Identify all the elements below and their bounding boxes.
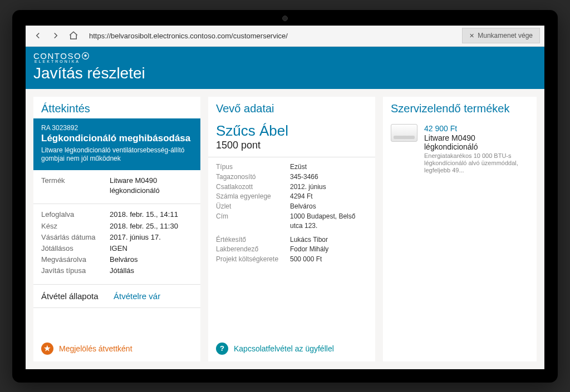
customer-row-value: Fodor Mihály (290, 245, 367, 254)
customer-row-label: Projekt költségkerete (216, 255, 286, 264)
customer-row: Cím1000 Budapest, Belső utca 123. (216, 212, 367, 231)
brand-logo: CONTOSO⦿ ELEKTRONIKA (33, 51, 537, 63)
overview-row-label: Lefoglalva (41, 210, 105, 220)
contact-customer-label: Kapcsolatfelvétel az ügyféllel (234, 344, 334, 353)
mark-picked-up-button[interactable]: ★ Megjelölés átvettként (33, 336, 200, 361)
pickup-status-value: Átvételre vár (114, 291, 160, 301)
customer-row-label: Típus (216, 162, 286, 172)
customer-row-label: Értékesítő (216, 235, 286, 245)
overview-row-value: Belváros (110, 255, 193, 265)
customer-title: Vevő adatai (208, 97, 375, 118)
mark-picked-up-label: Megjelölés átvettként (59, 344, 132, 353)
issue-description: Litware légkondicionáló ventilátorsebess… (41, 146, 193, 163)
overview-row-value: 2018. febr. 15., 14:11 (110, 210, 193, 220)
customer-row: Számla egyenlege4294 Ft (216, 192, 367, 201)
customer-header: Szűcs Ábel 1500 pont (208, 118, 375, 158)
overview-row-label: Megvásárolva (41, 255, 105, 265)
overview-row: Kész2018. febr. 25., 11:30 (41, 221, 193, 231)
customer-row-value: 2012. június (290, 182, 367, 192)
customer-points: 1500 pont (216, 140, 367, 151)
customer-row-value: Lukács Tibor (290, 235, 367, 245)
overview-row: MegvásárolvaBelváros (41, 255, 193, 265)
end-session-button[interactable]: Munkamenet vége (462, 28, 540, 43)
overview-row-label: Vásárlás dátuma (41, 232, 105, 242)
overview-row-value: IGEN (110, 244, 193, 254)
overview-issue-card[interactable]: RA 3023892 Légkondicionáló meghibásodása… (33, 118, 200, 171)
customer-row-label: Lakberendező (216, 245, 286, 254)
customer-row: Projekt költségkerete500 000 Ft (216, 255, 367, 264)
product-name: Litware M0490 légkondicionáló (424, 133, 529, 151)
overview-row: Vásárlás dátuma2017. június 17. (41, 232, 193, 242)
overview-details: Lefoglalva2018. febr. 15., 14:11Kész2018… (33, 204, 200, 284)
overview-row-value: Jótállás (110, 266, 193, 276)
overview-panel: Áttekintés RA 3023892 Légkondicionáló me… (33, 97, 200, 361)
back-button[interactable] (30, 28, 46, 43)
customer-row: Tagazonosító345-3466 (216, 172, 367, 182)
contact-icon: ? (216, 343, 228, 355)
page-title: Javítás részletei (33, 64, 537, 82)
customer-row-label: Csatlakozott (216, 182, 286, 192)
overview-row: JótállásosIGEN (41, 244, 193, 254)
customer-row-value: 500 000 Ft (290, 255, 367, 264)
product-value: Litware M0490 légkondicionáló (110, 176, 193, 196)
overview-product-block: Termék Litware M0490 légkondicionáló (33, 170, 200, 204)
product-label: Termék (41, 176, 105, 196)
overview-row-label: Kész (41, 221, 105, 231)
customer-row-label: Cím (216, 212, 286, 231)
customer-row-label: Üzlet (216, 202, 286, 211)
overview-row: Lefoglalva2018. febr. 15., 14:11 (41, 210, 193, 220)
page-header: CONTOSO⦿ ELEKTRONIKA Javítás részletei (26, 47, 544, 89)
end-session-label: Munkamenet vége (478, 32, 533, 39)
customer-row: Csatlakozott2012. június (216, 182, 367, 192)
product-image (391, 124, 417, 142)
forward-button[interactable] (48, 28, 63, 43)
address-bar[interactable]: https://belvarosibolt.electronics.contos… (89, 32, 454, 40)
customer-row-label: Számla egyenlege (216, 192, 286, 201)
customer-row: TípusEzüst (216, 162, 367, 172)
customer-row-label: Tagazonosító (216, 172, 286, 182)
customer-row: LakberendezőFodor Mihály (216, 245, 367, 254)
device-camera (282, 16, 288, 21)
customer-name: Szűcs Ábel (216, 123, 367, 139)
customer-panel: Vevő adatai Szűcs Ábel 1500 pont TípusEz… (208, 97, 375, 361)
overview-row-value: 2018. febr. 25., 11:30 (110, 221, 193, 231)
browser-chrome: https://belvarosibolt.electronics.contos… (26, 26, 544, 47)
customer-details: TípusEzüstTagazonosító345-3466Csatlakozo… (208, 157, 375, 271)
customer-row-value: 4294 Ft (290, 192, 367, 201)
products-title: Szervizelendő termékek (383, 97, 537, 118)
overview-row-label: Jótállásos (41, 244, 105, 254)
customer-row-value: 1000 Budapest, Belső utca 123. (290, 212, 367, 231)
pickup-status-row: Átvétel állapota Átvételre vár (33, 285, 200, 308)
product-price: 42 900 Ft (424, 124, 529, 133)
contact-customer-button[interactable]: ? Kapcsolatfelvétel az ügyféllel (208, 336, 375, 361)
products-panel: Szervizelendő termékek 42 900 Ft Litware… (383, 97, 537, 361)
product-item[interactable]: 42 900 Ft Litware M0490 légkondicionáló … (383, 118, 537, 180)
product-description: Energiatakarékos 10 000 BTU-s légkondíci… (424, 152, 529, 175)
customer-row-value: Ezüst (290, 162, 367, 172)
overview-row-value: 2017. június 17. (110, 232, 193, 242)
customer-row: ÉrtékesítőLukács Tibor (216, 235, 367, 245)
ra-number: RA 3023892 (41, 124, 193, 132)
pickup-status-label: Átvétel állapota (41, 291, 114, 301)
overview-row: Javítás típusaJótállás (41, 266, 193, 276)
overview-row-label: Javítás típusa (41, 266, 105, 276)
issue-title: Légkondicionáló meghibásodása (41, 133, 193, 144)
customer-row-value: Belváros (290, 202, 367, 211)
customer-row: ÜzletBelváros (216, 202, 367, 211)
overview-title: Áttekintés (33, 97, 200, 118)
star-icon: ★ (41, 343, 53, 355)
customer-row-value: 345-3466 (290, 172, 367, 182)
home-button[interactable] (66, 28, 81, 43)
